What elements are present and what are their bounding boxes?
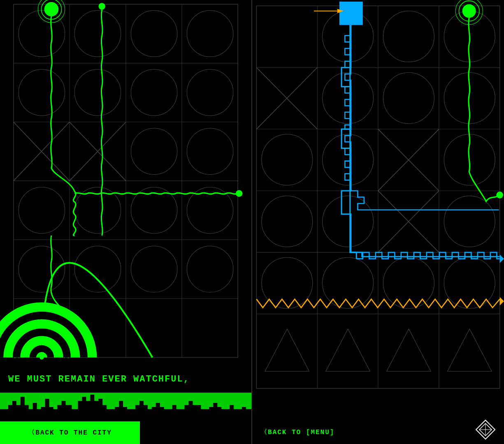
- message-text: WE MUST REMAIN EVER WATCHFUL,: [8, 374, 190, 384]
- svg-point-28: [74, 246, 121, 292]
- svg-marker-74: [448, 329, 492, 371]
- svg-point-29: [131, 246, 177, 292]
- svg-point-12: [187, 11, 233, 57]
- left-panel: WE MUST REMAIN EVER WATCHFUL, 〈BACK TO T…: [0, 0, 252, 444]
- svg-point-22: [187, 128, 233, 175]
- svg-point-10: [74, 11, 121, 57]
- back-to-city-button[interactable]: 〈BACK TO THE CITY: [0, 421, 140, 444]
- right-bottom: 〈BACK TO [MENU]: [252, 407, 504, 444]
- svg-marker-72: [326, 329, 370, 371]
- svg-point-15: [131, 69, 177, 116]
- svg-marker-83: [500, 297, 504, 305]
- right-panel: 〈BACK TO [MENU]: [252, 0, 504, 444]
- svg-point-57: [262, 134, 313, 185]
- svg-point-55: [383, 73, 434, 124]
- svg-point-66: [444, 196, 495, 247]
- svg-point-67: [262, 257, 313, 308]
- svg-point-36: [39, 355, 44, 359]
- left-grid-area: [0, 0, 251, 366]
- svg-marker-73: [387, 329, 431, 371]
- left-bottom: WE MUST REMAIN EVER WATCHFUL, 〈BACK TO T…: [0, 366, 251, 444]
- svg-point-30: [187, 246, 233, 292]
- svg-rect-75: [339, 2, 363, 25]
- svg-marker-71: [265, 329, 309, 371]
- svg-point-35: [236, 190, 242, 197]
- svg-marker-81: [500, 254, 504, 263]
- diamond-icon: [475, 419, 496, 440]
- svg-point-21: [131, 128, 177, 175]
- svg-point-9: [19, 11, 65, 57]
- svg-point-50: [383, 11, 434, 62]
- svg-point-31: [45, 2, 58, 16]
- svg-point-16: [187, 69, 233, 116]
- svg-point-13: [19, 69, 65, 116]
- svg-point-23: [19, 187, 65, 234]
- svg-point-78: [462, 4, 476, 18]
- back-to-menu-button[interactable]: 〈BACK TO [MENU]: [260, 428, 334, 437]
- svg-point-34: [99, 3, 105, 9]
- svg-point-62: [262, 196, 313, 247]
- svg-point-63: [323, 196, 374, 247]
- svg-point-68: [323, 257, 374, 308]
- svg-point-82: [496, 192, 503, 199]
- svg-point-14: [74, 69, 121, 116]
- svg-point-11: [131, 11, 177, 57]
- right-grid-area: [252, 0, 504, 407]
